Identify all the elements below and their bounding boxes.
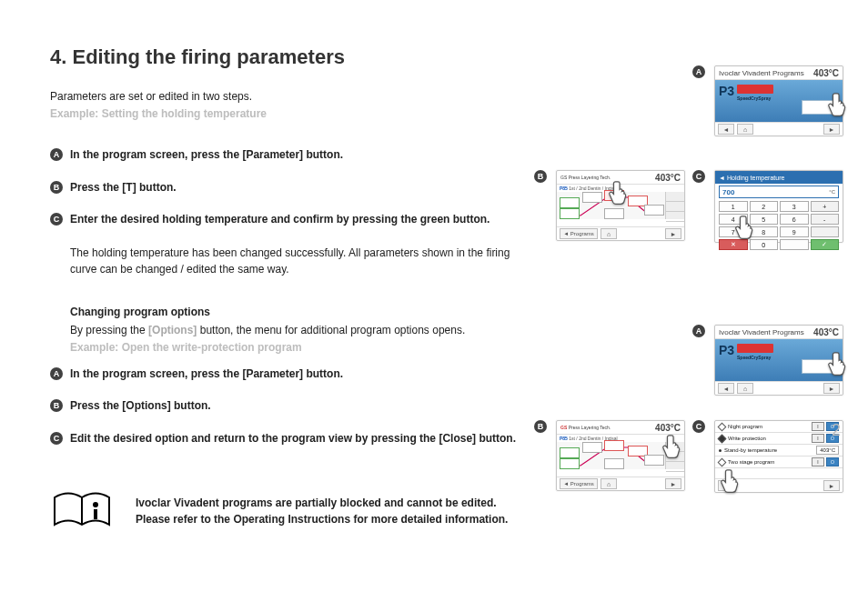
parameter-button[interactable]	[802, 100, 840, 115]
caret-left-icon[interactable]: ◄	[719, 175, 725, 181]
paragraph-1: The holding temperature has been changed…	[70, 245, 523, 278]
keypad-key-3[interactable]: 3	[780, 201, 809, 212]
diamond-icon	[718, 457, 727, 467]
thumb-c2-wrap: C 2 Night program IO Write protection IO	[714, 420, 843, 493]
nav-prev-button[interactable]: ◄	[718, 124, 734, 135]
keypad-unit: °C	[829, 189, 835, 195]
thumb-title: Ivoclar Vivadent Programs	[719, 69, 804, 77]
keypad-key-blank[interactable]	[811, 226, 840, 237]
step-2c-text: Edit the desired option and return to th…	[70, 431, 523, 446]
keypad-key-7[interactable]: 7	[719, 226, 748, 237]
keypad-confirm-button[interactable]: ✓	[811, 239, 840, 250]
nav-home-button[interactable]: ⌂	[737, 383, 753, 394]
curve-chip[interactable]	[560, 197, 580, 208]
svg-rect-2	[94, 509, 97, 519]
nav-next-button[interactable]: ►	[823, 480, 840, 491]
curve-chip[interactable]	[604, 458, 624, 469]
keypad-title: ◄ Holding temperature	[715, 171, 843, 184]
page-indicator: 2	[832, 421, 841, 440]
curve-body: P85 1st / 2nd Dentin / Incisal	[557, 185, 684, 226]
keypad-display: 700 °C	[719, 186, 839, 198]
curve-chip[interactable]	[560, 447, 580, 458]
thumb-label-b-icon: B	[534, 420, 547, 433]
right-column: A Ivoclar Vivadent Programs 403°C P3 Spe…	[540, 147, 823, 463]
nav-programs-button[interactable]: ◄ Programs	[560, 228, 598, 239]
keypad-key-8[interactable]: 8	[750, 226, 779, 237]
keypad-key-5[interactable]: 5	[750, 214, 779, 225]
thumb-temp-unit: °C	[671, 173, 681, 183]
thumb-program-screen: Ivoclar Vivadent Programs 403°C P3 Speed…	[714, 65, 843, 136]
close-button[interactable]: ◄	[718, 480, 734, 491]
keypad-key-blank2[interactable]	[780, 239, 809, 250]
diamond-icon	[718, 422, 727, 431]
opt-standby-label: Stand-by temperature	[724, 447, 777, 453]
keypad-key-4[interactable]: 4	[719, 214, 748, 225]
nav-next-button[interactable]: ►	[823, 383, 840, 394]
dot-icon	[719, 449, 722, 452]
diamond-filled-icon	[718, 434, 727, 443]
side-mini-btn[interactable]	[666, 202, 684, 212]
thumb-nav: ◄ Programs ⌂ ►	[557, 226, 684, 240]
thumb-options-screen: 2 Night program IO Write protection IO S…	[714, 420, 843, 493]
thumb-temp: 403	[655, 173, 671, 183]
curve-chip[interactable]	[644, 205, 664, 216]
opt-off-button[interactable]: I	[812, 457, 824, 467]
t-button[interactable]	[604, 190, 624, 201]
side-mini-btn[interactable]	[666, 452, 684, 462]
thumb-temp-unit: °C	[829, 68, 839, 78]
curve-chip[interactable]	[604, 440, 624, 451]
nav-programs-button[interactable]: ◄ Programs	[560, 478, 598, 489]
thumb-b2-wrap: B GS Press Layering Tech.403°C P85 1st /…	[556, 420, 685, 491]
curve-chip[interactable]	[560, 208, 580, 219]
curve-chip[interactable]	[560, 458, 580, 469]
p3-badge-icon	[737, 85, 773, 94]
bullet-b-icon: B	[50, 181, 63, 194]
curve-chip[interactable]	[604, 208, 624, 219]
thumb-temp-unit: °C	[829, 327, 839, 337]
keypad-key-2[interactable]: 2	[750, 201, 779, 212]
two-column-layout: A In the program screen, press the [Para…	[50, 147, 823, 463]
keypad-value: 700	[722, 188, 734, 196]
nav-home-button[interactable]: ⌂	[737, 124, 753, 135]
side-mini-btn[interactable]	[666, 192, 684, 202]
curve-gs: GS	[560, 425, 567, 430]
nav-home-button[interactable]: ⌂	[601, 478, 617, 489]
keypad-key-minus[interactable]: -	[811, 214, 840, 225]
opt-standby-value[interactable]: 403°C	[816, 446, 839, 455]
keypad-cancel-button[interactable]: ✕	[719, 239, 748, 250]
keypad-key-0[interactable]: 0	[750, 239, 779, 250]
curve-chip[interactable]	[644, 455, 664, 466]
nav-next-button[interactable]: ►	[823, 124, 840, 135]
thumb-label-c-icon: C	[692, 170, 705, 183]
curve-chip[interactable]	[582, 442, 602, 453]
opt-off-button[interactable]: I	[812, 422, 824, 431]
keypad-key-6[interactable]: 6	[780, 214, 809, 225]
keypad-key-1[interactable]: 1	[719, 201, 748, 212]
curve-chip[interactable]	[582, 192, 602, 203]
subbody-pre: By pressing the	[70, 324, 148, 336]
subbody-post: button, the menu for additional program …	[197, 324, 465, 336]
parameter-button[interactable]	[802, 359, 840, 374]
bullet-a-icon: A	[50, 367, 63, 380]
curve-hdr1: Press Layering Tech.	[569, 425, 611, 430]
bullet-c-icon: C	[50, 432, 63, 445]
nav-prev-button[interactable]: ◄	[718, 383, 734, 394]
nav-home-button[interactable]: ⌂	[601, 228, 617, 239]
nav-play-button[interactable]: ►	[665, 478, 681, 489]
side-mini-btn[interactable]	[666, 212, 684, 222]
step-1b-text: Press the [T] button.	[70, 180, 523, 196]
curve-gs: GS	[560, 175, 567, 180]
intro-text: Parameters are set or edited in two step…	[50, 89, 823, 105]
opt-on-button[interactable]: O	[826, 457, 839, 467]
opt-off-button[interactable]: I	[812, 434, 824, 443]
keypad-title-text: Holding temperature	[727, 175, 784, 181]
nav-play-button[interactable]: ►	[665, 228, 681, 239]
p3-label: P3	[719, 343, 734, 357]
thumb-a2-wrap: A Ivoclar Vivadent Programs403°C P3 Spee…	[714, 325, 843, 396]
info-note-row: Ivoclar Vivadent programs are partially …	[50, 487, 823, 536]
keypad-key-9[interactable]: 9	[780, 226, 809, 237]
options-button[interactable]	[666, 442, 684, 452]
step-2b-text: Press the [Options] button.	[70, 398, 523, 414]
keypad-key-plus[interactable]: +	[811, 201, 840, 212]
side-mini-btn[interactable]	[666, 462, 684, 472]
